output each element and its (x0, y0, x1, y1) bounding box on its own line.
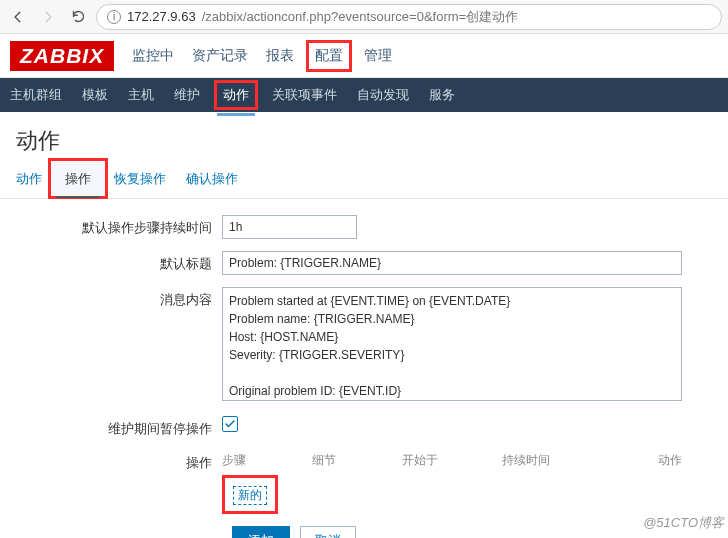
tab-recovery-operations[interactable]: 恢复操作 (114, 170, 166, 188)
url-bar[interactable]: i 172.27.9.63/zabbix/actionconf.php?even… (96, 4, 722, 30)
site-info-icon[interactable]: i (107, 10, 121, 24)
sub-nav-hosts[interactable]: 主机 (128, 86, 154, 104)
page-title: 动作 (0, 112, 728, 164)
highlight-new-operation: 新的 (222, 475, 278, 514)
url-host: 172.27.9.63 (127, 9, 196, 24)
tab-action[interactable]: 动作 (16, 170, 42, 188)
label-default-step-duration: 默认操作步骤持续时间 (16, 215, 222, 237)
reload-button[interactable] (66, 5, 90, 29)
top-menu-reports[interactable]: 报表 (266, 47, 294, 65)
sub-nav-hostgroups[interactable]: 主机群组 (10, 86, 62, 104)
back-button[interactable] (6, 5, 30, 29)
sub-nav-maintenance[interactable]: 维护 (174, 86, 200, 104)
form-buttons: 添加 取消 (16, 526, 712, 538)
label-message-content: 消息内容 (16, 287, 222, 309)
col-detail: 细节 (312, 450, 402, 471)
sub-nav: 主机群组 模板 主机 维护 动作 关联项事件 自动发现 服务 (0, 78, 728, 112)
textarea-message-content[interactable] (222, 287, 682, 401)
add-button[interactable]: 添加 (232, 526, 290, 538)
top-menu-administration[interactable]: 管理 (364, 47, 392, 65)
operations-form: 默认操作步骤持续时间 默认标题 消息内容 维护期间暂停操作 操作 步骤 细节 (0, 199, 728, 538)
operations-table-header: 步骤 细节 开始于 持续时间 动作 (222, 450, 682, 471)
top-menu-monitoring[interactable]: 监控中 (132, 47, 174, 65)
tabs: 动作 操作 恢复操作 确认操作 (0, 164, 728, 199)
url-path: /zabbix/actionconf.php?eventsource=0&for… (202, 8, 519, 26)
new-operation-link[interactable]: 新的 (233, 486, 267, 505)
sub-nav-templates[interactable]: 模板 (82, 86, 108, 104)
forward-button[interactable] (36, 5, 60, 29)
tab-ack-operations[interactable]: 确认操作 (186, 170, 238, 188)
browser-toolbar: i 172.27.9.63/zabbix/actionconf.php?even… (0, 0, 728, 34)
label-pause-in-maintenance: 维护期间暂停操作 (16, 416, 222, 438)
col-steps: 步骤 (222, 450, 312, 471)
col-duration: 持续时间 (502, 450, 612, 471)
sub-nav-correlation[interactable]: 关联项事件 (272, 86, 337, 104)
sub-nav-discovery[interactable]: 自动发现 (357, 86, 409, 104)
tab-operations[interactable]: 操作 (48, 158, 108, 199)
input-default-subject[interactable] (222, 251, 682, 275)
col-start-at: 开始于 (402, 450, 502, 471)
col-action: 动作 (612, 450, 682, 471)
input-default-step-duration[interactable] (222, 215, 357, 239)
label-default-subject: 默认标题 (16, 251, 222, 273)
top-menu-inventory[interactable]: 资产记录 (192, 47, 248, 65)
sub-nav-actions[interactable]: 动作 (214, 80, 258, 110)
top-menu: ZABBIX 监控中 资产记录 报表 配置 管理 (0, 34, 728, 78)
checkbox-pause-in-maintenance[interactable] (222, 416, 238, 432)
cancel-button[interactable]: 取消 (300, 526, 356, 538)
zabbix-logo[interactable]: ZABBIX (10, 41, 114, 71)
label-operations: 操作 (16, 450, 222, 472)
top-menu-configuration[interactable]: 配置 (306, 40, 352, 72)
watermark: @51CTO博客 (643, 514, 724, 532)
sub-nav-services[interactable]: 服务 (429, 86, 455, 104)
